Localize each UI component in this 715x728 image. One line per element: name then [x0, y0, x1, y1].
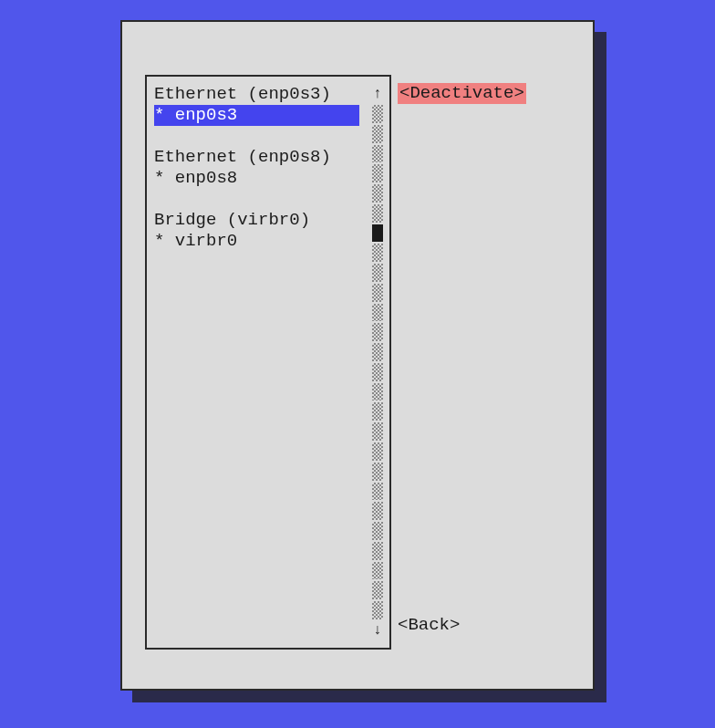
scroll-segment: [372, 522, 383, 540]
scroll-segment: [372, 244, 383, 262]
scroll-segment: [372, 343, 383, 361]
scroll-segment: [372, 383, 383, 401]
connection-group-header[interactable]: Ethernet (enp0s8): [154, 147, 359, 168]
scroll-segment: [372, 264, 383, 282]
scroll-segment: [372, 304, 383, 322]
connection-item[interactable]: * enp0s8: [154, 168, 359, 189]
deactivate-button[interactable]: <Deactivate>: [398, 83, 526, 104]
scroll-segment: [372, 125, 383, 143]
scroll-segment: [372, 581, 383, 599]
connection-item[interactable]: * enp0s3: [154, 105, 359, 126]
scrollbar[interactable]: ↑ ↓: [371, 84, 384, 640]
scroll-segment: [372, 422, 383, 441]
scroll-segment: [372, 164, 383, 182]
scroll-segment: [372, 463, 383, 481]
scroll-segment: [372, 145, 383, 163]
scroll-segment: [372, 204, 383, 223]
blank-line: [154, 126, 359, 147]
scroll-segment: [372, 442, 383, 461]
scroll-segment: [372, 542, 383, 560]
scroll-segment: [372, 284, 383, 302]
connection-group-header[interactable]: Ethernet (enp0s3): [154, 84, 359, 105]
connection-item[interactable]: * virbr0: [154, 231, 359, 252]
scroll-segment: [372, 402, 383, 421]
scroll-segment: [372, 363, 383, 381]
main-window: Ethernet (enp0s3)* enp0s3 Ethernet (enp0…: [120, 20, 595, 691]
scroll-segment: [372, 105, 383, 123]
scroll-segment: [372, 502, 383, 520]
scroll-segment: [372, 483, 383, 501]
scroll-track[interactable]: [372, 104, 383, 620]
scroll-segment: [372, 601, 383, 619]
scroll-thumb[interactable]: [372, 224, 383, 243]
connection-list-box: Ethernet (enp0s3)* enp0s3 Ethernet (enp0…: [145, 75, 391, 650]
scroll-down-arrow[interactable]: ↓: [373, 620, 382, 640]
back-button[interactable]: <Back>: [398, 615, 460, 636]
scroll-segment: [372, 323, 383, 341]
scroll-segment: [372, 184, 383, 203]
connection-group-header[interactable]: Bridge (virbr0): [154, 210, 359, 231]
scroll-segment: [372, 562, 383, 580]
connection-list[interactable]: Ethernet (enp0s3)* enp0s3 Ethernet (enp0…: [154, 84, 359, 252]
blank-line: [154, 189, 359, 210]
scroll-up-arrow[interactable]: ↑: [373, 84, 382, 104]
